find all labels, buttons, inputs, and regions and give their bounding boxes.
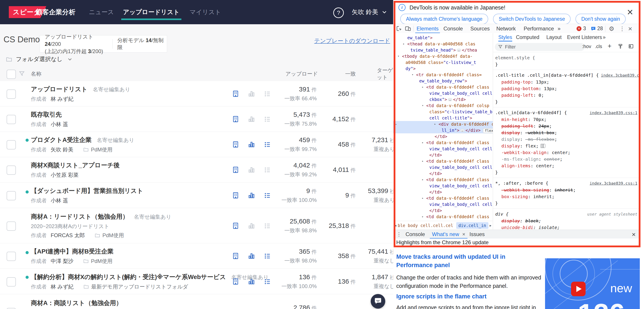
banner-button[interactable]: Switch DevTools to Japanese: [493, 14, 570, 24]
table-row[interactable]: 【ダッシュボード用】営業担当別リスト作成者小林 遥9 件一致率 100.0%9 …: [0, 182, 397, 208]
video-thumbnail[interactable]: new 126: [545, 258, 640, 309]
table-row[interactable]: プロダクトA受注企業名寄せ編集あり作成者矢吹 鈴美PdM使用459 件一致率 9…: [0, 132, 397, 157]
tab-console[interactable]: Console: [444, 24, 463, 33]
dom-node-line[interactable]: </td>: [393, 170, 493, 176]
flex-editor-icon[interactable]: [540, 144, 545, 148]
dom-node-line[interactable]: ▸<td data-v-6fdded4f class: [393, 84, 493, 90]
dom-node-line[interactable]: ll_in">…</div>flex: [393, 127, 493, 133]
disclosure-expanded-icon[interactable]: ▾: [398, 53, 399, 59]
tab-network[interactable]: Network: [496, 24, 516, 33]
subtab-computed[interactable]: Computed: [516, 33, 539, 42]
dom-node-line[interactable]: class="c-listview_table_b: [393, 109, 493, 115]
sidebar-toggle-icon[interactable]: [628, 44, 634, 50]
dom-node-line[interactable]: ⋯▸<div data-v-6fdded4f cl: [393, 121, 493, 127]
expand-ellipsis-icon[interactable]: …: [460, 129, 464, 132]
list-icon[interactable]: [264, 192, 271, 199]
kebab-menu-icon[interactable]: ⋮: [619, 25, 625, 32]
row-checkbox[interactable]: [6, 252, 16, 261]
dom-node-line[interactable]: </td>: [393, 133, 493, 140]
table-row[interactable]: 既存取引先作成者小林 遥5,473 件一致率 75.8%4,152 件: [0, 106, 397, 132]
css-property[interactable]: -webkit-box-sizing: inherit;: [495, 187, 638, 193]
node-menu-dots-icon[interactable]: ⋯: [394, 121, 397, 127]
row-checkbox[interactable]: [6, 191, 16, 200]
dom-node-line[interactable]: view_table_body_cell cell": [393, 201, 493, 208]
table-row[interactable]: 【API連携中】商材B受注企業作成者中澤 梨沙PdM使用365 件一致率 98.…: [0, 243, 397, 269]
row-folder[interactable]: PdM使用: [83, 146, 112, 153]
disclosure-collapsed-icon[interactable]: ▸: [434, 121, 436, 127]
nav-my-list[interactable]: マイリスト: [190, 0, 221, 24]
stylesheet-link[interactable]: index.3cbae839.css:1: [590, 180, 638, 187]
subtab-styles[interactable]: Styles: [498, 33, 512, 42]
row-title[interactable]: 商材A：商談リスト（勉強会用）: [31, 299, 122, 307]
bar-chart-icon[interactable]: [248, 192, 255, 199]
stylesheet-link[interactable]: user agent stylesheet: [587, 211, 638, 218]
format-icon[interactable]: [618, 44, 623, 50]
breadcrumb-right-icon[interactable]: ▶: [488, 224, 493, 227]
folder-select[interactable]: フォルダ選択なし: [6, 55, 72, 63]
row-checkbox[interactable]: [6, 166, 16, 175]
disclosure-collapsed-icon[interactable]: ▸: [422, 195, 424, 201]
issues-icon[interactable]: [591, 26, 596, 32]
css-property[interactable]: -webkit-box-align: center;: [495, 149, 638, 156]
bar-chart-icon[interactable]: [248, 222, 255, 230]
table-row[interactable]: 商材X商談リスト_アプローチ後作成者小笠原 彩菜4,042 件一致率 99.2%…: [0, 157, 397, 182]
list-icon[interactable]: [264, 140, 271, 148]
building-icon[interactable]: [232, 278, 239, 285]
device-toolbar-icon[interactable]: [405, 25, 411, 32]
flex-badge[interactable]: flex: [483, 128, 493, 133]
dom-node-line[interactable]: view_table_body_cell cell": [393, 146, 493, 152]
dom-node-line[interactable]: tview_table_head">…</thea: [393, 47, 493, 53]
row-title[interactable]: プロダクトA受注企業: [31, 136, 92, 144]
disclosure-collapsed-icon[interactable]: ▸: [422, 158, 424, 164]
error-count[interactable]: 3: [583, 26, 586, 32]
dom-node-line[interactable]: </td>: [393, 152, 493, 158]
css-property[interactable]: display: flex;: [495, 142, 638, 149]
row-title[interactable]: 商材X商談リスト_アプローチ後: [31, 161, 120, 170]
more-subtabs-icon[interactable]: »: [603, 33, 606, 42]
css-property[interactable]: padding-top: 13px;: [495, 79, 638, 85]
list-icon[interactable]: [264, 222, 271, 230]
row-checkbox[interactable]: [6, 308, 16, 309]
css-property[interactable]: -ms-flex-align: center;: [495, 156, 638, 162]
whats-new-link[interactable]: Ignore scripts in the flame chart: [396, 292, 542, 300]
list-icon[interactable]: [264, 166, 271, 174]
row-title[interactable]: アップロードリスト: [31, 85, 88, 94]
rule-selector[interactable]: div {: [495, 211, 508, 217]
banner-button[interactable]: Don't show again: [576, 14, 626, 24]
table-row[interactable]: 【解約分析】商材Xの解約リスト(解約・受注)※マーケ系Webサービス名寄せ編集あ…: [0, 269, 397, 294]
bar-chart-icon[interactable]: [248, 252, 255, 260]
dom-node-line[interactable]: ckbox">…</td>: [393, 96, 493, 102]
breadcrumb-selected[interactable]: div.cell_in: [456, 222, 488, 229]
devtools-close-icon[interactable]: ×: [628, 25, 632, 33]
template-download-link[interactable]: テンプレートのダウンロード: [314, 37, 390, 45]
css-property[interactable]: unicode-bidi: isolate;: [495, 224, 638, 230]
css-property[interactable]: display: -webkit-box;: [495, 129, 638, 136]
help-button[interactable]: ?: [333, 8, 344, 18]
row-title[interactable]: 既存取引先: [31, 110, 62, 119]
css-property[interactable]: min-height: 70px;: [495, 116, 638, 123]
chat-button[interactable]: [371, 294, 385, 308]
disclosure-collapsed-icon[interactable]: ▸: [403, 41, 405, 47]
tab-sources[interactable]: Sources: [470, 24, 490, 33]
building-icon[interactable]: [232, 90, 239, 98]
css-property[interactable]: padding-left: 0;: [495, 92, 638, 98]
whats-new-link[interactable]: Move tracks around with updated UI in Pe…: [396, 252, 542, 269]
drawer-tab-issues[interactable]: Issues: [470, 230, 485, 239]
tab-elements[interactable]: Elements: [416, 24, 438, 33]
dom-node-line[interactable]: dy">: [393, 66, 493, 72]
banner-button[interactable]: Always match Chrome's language: [400, 14, 488, 24]
dom-node-line[interactable]: </td>: [393, 208, 493, 214]
dom-node-line[interactable]: a040d568 class="c-listview_t: [393, 59, 493, 66]
disclosure-collapsed-icon[interactable]: ▸: [422, 140, 424, 146]
dom-node-line[interactable]: ▸<td data-v-6fdded4f class: [393, 158, 493, 164]
row-title[interactable]: 商材A：リードリスト（勉強会用）: [31, 212, 129, 221]
table-row[interactable]: 商材A：リードリスト（勉強会用）名寄せ編集あり2020~2023商材Aのリードリ…: [0, 208, 397, 243]
bar-chart-icon[interactable]: [248, 90, 255, 98]
expand-ellipsis-icon[interactable]: …: [448, 98, 452, 101]
filter-icon[interactable]: [18, 70, 25, 78]
disclosure-collapsed-icon[interactable]: ▸: [422, 176, 424, 183]
dom-node-line[interactable]: cell cell-title">: [393, 115, 493, 121]
rule-selector[interactable]: element.style {: [495, 54, 535, 61]
bar-chart-icon[interactable]: [248, 278, 255, 285]
styles-filter-input[interactable]: Filter: [495, 43, 585, 51]
